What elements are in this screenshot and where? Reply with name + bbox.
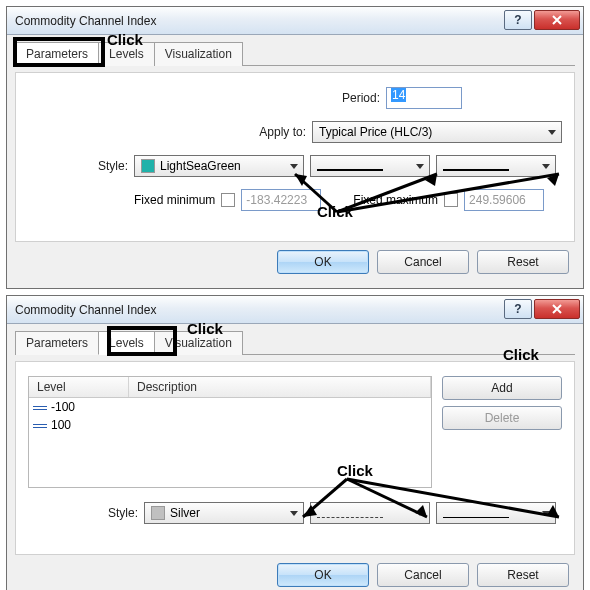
help-button[interactable]: ?	[504, 299, 532, 319]
chevron-down-icon	[416, 164, 424, 169]
ok-button[interactable]: OK	[277, 250, 369, 274]
tab-visualization[interactable]: Visualization	[154, 331, 243, 355]
period-input[interactable]: 14	[386, 87, 462, 109]
column-description: Description	[129, 377, 431, 397]
close-icon	[551, 15, 563, 25]
chevron-down-icon	[290, 511, 298, 516]
tab-levels[interactable]: Levels	[98, 42, 155, 66]
dialog-levels: Commodity Channel Index ? Parameters Lev…	[6, 295, 584, 590]
color-swatch	[151, 506, 165, 520]
tab-row: Parameters Levels Visualization	[15, 330, 575, 355]
color-swatch	[141, 159, 155, 173]
style-width-select[interactable]	[436, 155, 556, 177]
applyto-select[interactable]: Typical Price (HLC/3)	[312, 121, 562, 143]
fixed-max-label: Fixed maximum	[353, 193, 438, 207]
dialog-parameters: Commodity Channel Index ? Parameters Lev…	[6, 6, 584, 289]
style-label: Style:	[28, 506, 138, 520]
cancel-button[interactable]: Cancel	[377, 250, 469, 274]
tab-parameters[interactable]: Parameters	[15, 331, 99, 355]
chevron-down-icon	[416, 511, 424, 516]
style-line-select[interactable]	[310, 155, 430, 177]
tab-levels[interactable]: Levels	[98, 331, 155, 355]
close-icon	[551, 304, 563, 314]
chevron-down-icon	[542, 511, 550, 516]
ok-button[interactable]: OK	[277, 563, 369, 587]
close-button[interactable]	[534, 10, 580, 30]
close-button[interactable]	[534, 299, 580, 319]
help-button[interactable]: ?	[504, 10, 532, 30]
period-label: Period:	[320, 91, 380, 105]
tab-parameters[interactable]: Parameters	[15, 42, 99, 66]
level-row[interactable]: 100	[29, 416, 431, 434]
reset-button[interactable]: Reset	[477, 563, 569, 587]
style-line-select[interactable]	[310, 502, 430, 524]
style-color-select[interactable]: LightSeaGreen	[134, 155, 304, 177]
chevron-down-icon	[548, 130, 556, 135]
column-level: Level	[29, 377, 129, 397]
titlebar: Commodity Channel Index ?	[7, 296, 583, 324]
fixed-min-checkbox[interactable]	[221, 193, 235, 207]
chevron-down-icon	[542, 164, 550, 169]
window-title: Commodity Channel Index	[15, 303, 156, 317]
style-width-select[interactable]	[436, 502, 556, 524]
add-button[interactable]: Add	[442, 376, 562, 400]
tab-row: Parameters Levels Visualization	[15, 41, 575, 66]
levels-panel: Level Description -100 100 Add Delete St…	[15, 361, 575, 555]
reset-button[interactable]: Reset	[477, 250, 569, 274]
cancel-button[interactable]: Cancel	[377, 563, 469, 587]
parameters-panel: Period: 14 Apply to: Typical Price (HLC/…	[15, 72, 575, 242]
tab-visualization[interactable]: Visualization	[154, 42, 243, 66]
fixed-max-input[interactable]	[464, 189, 544, 211]
fixed-min-input[interactable]	[241, 189, 321, 211]
fixed-max-checkbox[interactable]	[444, 193, 458, 207]
level-icon	[33, 403, 47, 411]
level-row[interactable]: -100	[29, 398, 431, 416]
titlebar: Commodity Channel Index ?	[7, 7, 583, 35]
delete-button[interactable]: Delete	[442, 406, 562, 430]
chevron-down-icon	[290, 164, 298, 169]
window-title: Commodity Channel Index	[15, 14, 156, 28]
level-icon	[33, 421, 47, 429]
style-label: Style:	[28, 159, 128, 173]
levels-list[interactable]: Level Description -100 100	[28, 376, 432, 488]
fixed-min-label: Fixed minimum	[134, 193, 215, 207]
style-color-select[interactable]: Silver	[144, 502, 304, 524]
applyto-label: Apply to:	[236, 125, 306, 139]
